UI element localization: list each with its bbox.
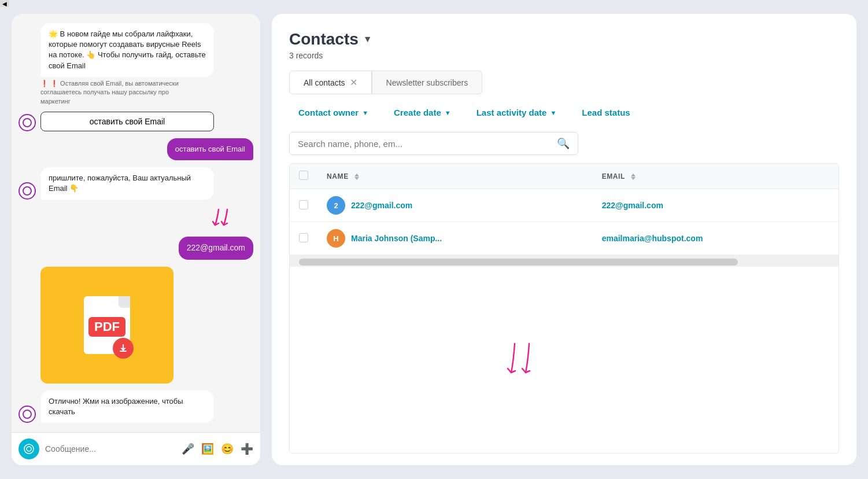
contacts-panel: Contacts ▼ 3 records All contacts ✕ News… xyxy=(272,14,856,465)
bot-avatar-1 xyxy=(19,114,36,131)
pink-arrows-icon xyxy=(207,207,242,230)
add-icon[interactable]: ➕ xyxy=(241,443,253,455)
table-annotation-arrows xyxy=(497,338,555,384)
filter-row: Contact owner ▼ Create date ▼ Last activ… xyxy=(289,104,839,121)
user-message-row-1: оставить свой Email xyxy=(19,138,253,160)
tab-all-contacts[interactable]: All contacts ✕ xyxy=(289,71,372,94)
header-checkbox-cell xyxy=(290,164,317,189)
table-header: NAME EMAIL xyxy=(290,164,839,189)
row1-email-cell: 222@gmail.com xyxy=(593,189,839,222)
svg-point-4 xyxy=(27,447,31,451)
svg-point-3 xyxy=(24,444,34,454)
annotation-arrows-row xyxy=(19,207,253,230)
search-row: 🔍 xyxy=(289,132,578,155)
row2-name-link[interactable]: Maria Johnson (Samp... xyxy=(351,234,442,243)
row1-checkbox[interactable] xyxy=(299,200,308,209)
microphone-icon[interactable]: 🎤 xyxy=(182,443,194,455)
row2-avatar: H xyxy=(327,229,345,248)
bot-bubble-1: 🌟 В новом гайде мы собрали лайфхаки, кот… xyxy=(40,23,214,77)
row1-name-cell: 2 222@gmail.com xyxy=(317,189,593,222)
filter-contact-owner[interactable]: Contact owner ▼ xyxy=(289,104,378,121)
header-name: NAME xyxy=(317,164,593,189)
h-scroll-track[interactable] xyxy=(290,259,839,266)
user-bubble-1: оставить свой Email xyxy=(167,138,253,160)
email-sort-icons[interactable] xyxy=(631,174,636,180)
svg-point-0 xyxy=(23,119,31,127)
tab-newsletter-subscribers[interactable]: Newsletter subscribers xyxy=(372,71,483,94)
create-date-caret: ▼ xyxy=(445,109,451,116)
row2-name-cell: H Maria Johnson (Samp... xyxy=(317,222,593,255)
chat-panel: 🌟 В новом гайде мы собрали лайфхаки, кот… xyxy=(12,14,260,465)
contacts-table-container: NAME EMAIL xyxy=(289,163,839,454)
row2-email-cell: emailmaria@hubspot.com xyxy=(593,222,839,255)
pdf-icon: PDF xyxy=(84,296,130,354)
row2-checkbox[interactable] xyxy=(299,233,308,242)
chat-input-bar: 🎤 🖼️ 😊 ➕ xyxy=(12,432,260,465)
row1-contact-name-cell: 2 222@gmail.com xyxy=(327,196,583,215)
emoji-icon[interactable]: 😊 xyxy=(221,443,234,455)
row2-checkbox-cell xyxy=(290,222,317,255)
name-sort-icons[interactable] xyxy=(354,174,359,180)
row1-checkbox-cell xyxy=(290,189,317,222)
user-email-row: 222@gmail.com xyxy=(19,237,253,260)
row2-email-link[interactable]: emailmaria@hubspot.com xyxy=(602,234,703,243)
user-email-bubble: 222@gmail.com xyxy=(179,237,253,260)
last-activity-date-caret: ▼ xyxy=(550,109,556,116)
contacts-table: NAME EMAIL xyxy=(290,164,839,255)
pdf-badge: PDF xyxy=(88,317,125,337)
bot-message-row-2: пришлите, пожалуйста, Ваш актуальный Ema… xyxy=(19,167,253,200)
contacts-header: Contacts ▼ xyxy=(289,30,839,49)
h-scroll-bar[interactable]: ◀ xyxy=(290,255,839,267)
bot-avatar-2 xyxy=(19,182,36,200)
filter-lead-status[interactable]: Lead status xyxy=(572,104,639,121)
pdf-download-card[interactable]: PDF xyxy=(40,267,173,384)
bot-text-1: 🌟 В новом гайде мы собрали лайфхаки, кот… xyxy=(49,30,206,70)
bot-bubble-3: Отлично! Жми на изображение, чтобы скача… xyxy=(40,390,214,423)
tab-close-all-contacts[interactable]: ✕ xyxy=(350,77,357,88)
row1-avatar: 2 xyxy=(327,196,345,215)
filter-last-activity-date[interactable]: Last activity date ▼ xyxy=(467,104,566,121)
leave-email-button[interactable]: оставить свой Email xyxy=(40,112,214,131)
table-row: 2 222@gmail.com 222@gmail.com xyxy=(290,189,839,222)
chat-input-field[interactable] xyxy=(45,444,176,454)
contact-owner-caret: ▼ xyxy=(362,109,368,116)
contacts-dropdown-arrow[interactable]: ▼ xyxy=(363,34,372,45)
bot-message-row-3: Отлично! Жми на изображение, чтобы скача… xyxy=(19,390,253,423)
disclaimer-text: ❗ ❗ Оставляя свой Email, вы автоматическ… xyxy=(40,79,179,106)
contacts-title: Contacts xyxy=(289,30,359,49)
table-body: 2 222@gmail.com 222@gmail.com xyxy=(290,189,839,255)
svg-point-1 xyxy=(23,187,31,195)
camera-button[interactable] xyxy=(19,439,39,459)
chat-input-icons: 🎤 🖼️ 😊 ➕ xyxy=(182,443,253,455)
table-row: H Maria Johnson (Samp... emailmaria@hubs… xyxy=(290,222,839,255)
bot-avatar-3 xyxy=(19,406,36,423)
tabs-row: All contacts ✕ Newsletter subscribers xyxy=(289,71,839,94)
bot-bubble-2: пришлите, пожалуйста, Ваш актуальный Ema… xyxy=(40,167,214,200)
row2-contact-name-cell: H Maria Johnson (Samp... xyxy=(327,229,583,248)
search-icon[interactable]: 🔍 xyxy=(557,137,570,150)
svg-point-2 xyxy=(23,410,31,418)
h-scroll-thumb xyxy=(299,259,738,266)
records-count: 3 records xyxy=(289,51,839,60)
filter-create-date[interactable]: Create date ▼ xyxy=(385,104,460,121)
row1-name-link[interactable]: 222@gmail.com xyxy=(351,201,412,210)
image-icon[interactable]: 🖼️ xyxy=(201,443,214,455)
header-email: EMAIL xyxy=(593,164,839,189)
bot-message-row-1: 🌟 В новом гайде мы собрали лайфхаки, кот… xyxy=(19,23,253,131)
pdf-page-icon: PDF xyxy=(84,296,130,354)
chat-messages: 🌟 В новом гайде мы собрали лайфхаки, кот… xyxy=(12,14,260,432)
row1-email-link[interactable]: 222@gmail.com xyxy=(602,201,663,210)
select-all-checkbox[interactable] xyxy=(299,171,308,180)
search-input[interactable] xyxy=(298,139,557,149)
